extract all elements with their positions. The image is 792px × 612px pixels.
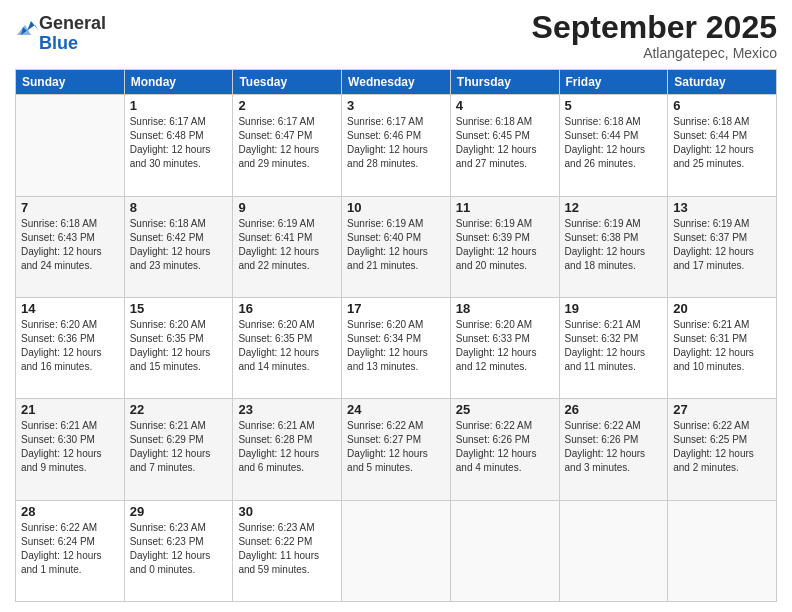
logo: General Blue [15,14,106,54]
table-row [342,500,451,601]
day-number: 21 [21,402,119,417]
day-info: Sunrise: 6:20 AMSunset: 6:35 PMDaylight:… [130,318,228,374]
day-number: 7 [21,200,119,215]
col-sunday: Sunday [16,70,125,95]
table-row [450,500,559,601]
day-info: Sunrise: 6:19 AMSunset: 6:37 PMDaylight:… [673,217,771,273]
header: General Blue September 2025 Atlangatepec… [15,10,777,61]
day-number: 15 [130,301,228,316]
day-info: Sunrise: 6:18 AMSunset: 6:44 PMDaylight:… [673,115,771,171]
table-row: 5Sunrise: 6:18 AMSunset: 6:44 PMDaylight… [559,95,668,196]
table-row: 26Sunrise: 6:22 AMSunset: 6:26 PMDayligh… [559,399,668,500]
table-row: 13Sunrise: 6:19 AMSunset: 6:37 PMDayligh… [668,196,777,297]
col-wednesday: Wednesday [342,70,451,95]
day-info: Sunrise: 6:18 AMSunset: 6:45 PMDaylight:… [456,115,554,171]
day-number: 19 [565,301,663,316]
day-info: Sunrise: 6:21 AMSunset: 6:29 PMDaylight:… [130,419,228,475]
day-number: 5 [565,98,663,113]
day-number: 3 [347,98,445,113]
table-row: 30Sunrise: 6:23 AMSunset: 6:22 PMDayligh… [233,500,342,601]
logo-icon [15,25,39,43]
day-info: Sunrise: 6:20 AMSunset: 6:34 PMDaylight:… [347,318,445,374]
table-row: 9Sunrise: 6:19 AMSunset: 6:41 PMDaylight… [233,196,342,297]
day-info: Sunrise: 6:19 AMSunset: 6:39 PMDaylight:… [456,217,554,273]
table-row [559,500,668,601]
table-row [16,95,125,196]
table-row: 15Sunrise: 6:20 AMSunset: 6:35 PMDayligh… [124,297,233,398]
day-info: Sunrise: 6:21 AMSunset: 6:28 PMDaylight:… [238,419,336,475]
col-thursday: Thursday [450,70,559,95]
day-info: Sunrise: 6:22 AMSunset: 6:24 PMDaylight:… [21,521,119,577]
table-row: 12Sunrise: 6:19 AMSunset: 6:38 PMDayligh… [559,196,668,297]
table-row: 8Sunrise: 6:18 AMSunset: 6:42 PMDaylight… [124,196,233,297]
table-row: 6Sunrise: 6:18 AMSunset: 6:44 PMDaylight… [668,95,777,196]
day-info: Sunrise: 6:23 AMSunset: 6:23 PMDaylight:… [130,521,228,577]
day-info: Sunrise: 6:19 AMSunset: 6:38 PMDaylight:… [565,217,663,273]
day-number: 10 [347,200,445,215]
table-row: 16Sunrise: 6:20 AMSunset: 6:35 PMDayligh… [233,297,342,398]
day-number: 13 [673,200,771,215]
table-row: 14Sunrise: 6:20 AMSunset: 6:36 PMDayligh… [16,297,125,398]
day-number: 8 [130,200,228,215]
day-info: Sunrise: 6:22 AMSunset: 6:25 PMDaylight:… [673,419,771,475]
table-row: 28Sunrise: 6:22 AMSunset: 6:24 PMDayligh… [16,500,125,601]
day-number: 28 [21,504,119,519]
day-number: 2 [238,98,336,113]
page: General Blue September 2025 Atlangatepec… [0,0,792,612]
table-row [668,500,777,601]
col-tuesday: Tuesday [233,70,342,95]
table-row: 23Sunrise: 6:21 AMSunset: 6:28 PMDayligh… [233,399,342,500]
day-number: 29 [130,504,228,519]
day-number: 26 [565,402,663,417]
logo-blue: Blue [39,34,106,54]
table-row: 7Sunrise: 6:18 AMSunset: 6:43 PMDaylight… [16,196,125,297]
calendar-table: Sunday Monday Tuesday Wednesday Thursday… [15,69,777,602]
table-row: 25Sunrise: 6:22 AMSunset: 6:26 PMDayligh… [450,399,559,500]
table-row: 2Sunrise: 6:17 AMSunset: 6:47 PMDaylight… [233,95,342,196]
day-number: 24 [347,402,445,417]
logo-text: General Blue [39,14,106,54]
day-info: Sunrise: 6:19 AMSunset: 6:41 PMDaylight:… [238,217,336,273]
table-row: 11Sunrise: 6:19 AMSunset: 6:39 PMDayligh… [450,196,559,297]
day-number: 14 [21,301,119,316]
table-row: 3Sunrise: 6:17 AMSunset: 6:46 PMDaylight… [342,95,451,196]
day-number: 9 [238,200,336,215]
day-info: Sunrise: 6:21 AMSunset: 6:31 PMDaylight:… [673,318,771,374]
day-info: Sunrise: 6:17 AMSunset: 6:48 PMDaylight:… [130,115,228,171]
calendar-week-row: 21Sunrise: 6:21 AMSunset: 6:30 PMDayligh… [16,399,777,500]
table-row: 17Sunrise: 6:20 AMSunset: 6:34 PMDayligh… [342,297,451,398]
table-row: 19Sunrise: 6:21 AMSunset: 6:32 PMDayligh… [559,297,668,398]
day-info: Sunrise: 6:20 AMSunset: 6:36 PMDaylight:… [21,318,119,374]
day-info: Sunrise: 6:19 AMSunset: 6:40 PMDaylight:… [347,217,445,273]
day-number: 27 [673,402,771,417]
day-info: Sunrise: 6:21 AMSunset: 6:32 PMDaylight:… [565,318,663,374]
table-row: 21Sunrise: 6:21 AMSunset: 6:30 PMDayligh… [16,399,125,500]
calendar-week-row: 14Sunrise: 6:20 AMSunset: 6:36 PMDayligh… [16,297,777,398]
calendar-header-row: Sunday Monday Tuesday Wednesday Thursday… [16,70,777,95]
day-number: 6 [673,98,771,113]
table-row: 24Sunrise: 6:22 AMSunset: 6:27 PMDayligh… [342,399,451,500]
location: Atlangatepec, Mexico [532,45,777,61]
col-friday: Friday [559,70,668,95]
table-row: 10Sunrise: 6:19 AMSunset: 6:40 PMDayligh… [342,196,451,297]
col-saturday: Saturday [668,70,777,95]
calendar-week-row: 1Sunrise: 6:17 AMSunset: 6:48 PMDaylight… [16,95,777,196]
month-title: September 2025 [532,10,777,45]
day-info: Sunrise: 6:17 AMSunset: 6:47 PMDaylight:… [238,115,336,171]
day-info: Sunrise: 6:22 AMSunset: 6:26 PMDaylight:… [456,419,554,475]
day-number: 30 [238,504,336,519]
day-info: Sunrise: 6:20 AMSunset: 6:33 PMDaylight:… [456,318,554,374]
table-row: 29Sunrise: 6:23 AMSunset: 6:23 PMDayligh… [124,500,233,601]
table-row: 1Sunrise: 6:17 AMSunset: 6:48 PMDaylight… [124,95,233,196]
day-info: Sunrise: 6:22 AMSunset: 6:27 PMDaylight:… [347,419,445,475]
day-info: Sunrise: 6:18 AMSunset: 6:44 PMDaylight:… [565,115,663,171]
day-info: Sunrise: 6:21 AMSunset: 6:30 PMDaylight:… [21,419,119,475]
day-number: 23 [238,402,336,417]
table-row: 20Sunrise: 6:21 AMSunset: 6:31 PMDayligh… [668,297,777,398]
title-block: September 2025 Atlangatepec, Mexico [532,10,777,61]
day-info: Sunrise: 6:17 AMSunset: 6:46 PMDaylight:… [347,115,445,171]
calendar-week-row: 7Sunrise: 6:18 AMSunset: 6:43 PMDaylight… [16,196,777,297]
day-number: 11 [456,200,554,215]
logo-general: General [39,14,106,34]
day-number: 4 [456,98,554,113]
